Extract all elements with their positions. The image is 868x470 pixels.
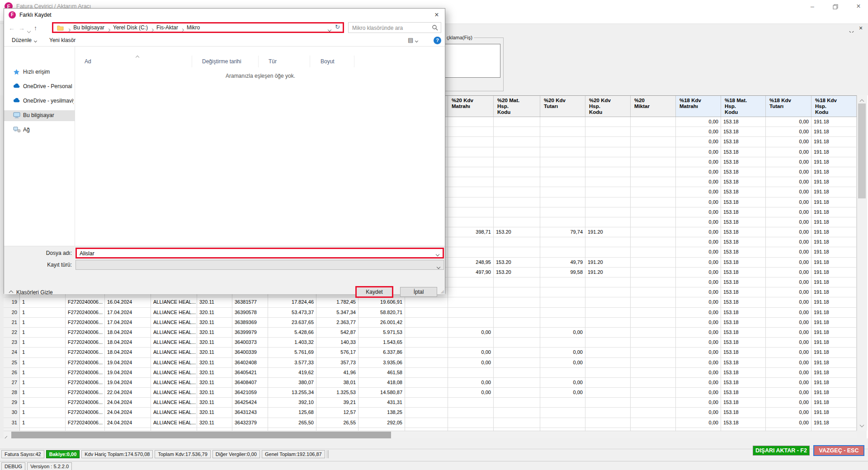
grid-cell[interactable]: 5.428,66	[268, 328, 316, 338]
grid-cell[interactable]	[405, 318, 448, 328]
grid-cell[interactable]: 1	[20, 328, 66, 338]
grid-cell[interactable]	[494, 247, 540, 257]
grid-cell[interactable]	[631, 177, 676, 187]
grid-cell[interactable]: 36421059	[232, 388, 268, 398]
grid-cell[interactable]	[540, 308, 585, 318]
grid-cell[interactable]	[631, 157, 676, 167]
grid-column-header[interactable]: %20 Miktar	[631, 96, 676, 117]
file-type-combobox[interactable]	[75, 260, 444, 270]
grid-cell[interactable]	[494, 318, 540, 328]
sidebar-item-bu-bilgisayar[interactable]: Bu bilgisayar	[4, 110, 75, 121]
grid-cell[interactable]	[585, 177, 631, 187]
grid-cell[interactable]	[448, 197, 494, 207]
grid-cell[interactable]	[631, 187, 676, 197]
grid-cell[interactable]: 0,00	[540, 378, 585, 388]
grid-cell[interactable]: 0,00	[676, 157, 721, 167]
grid-cell[interactable]: 153.18	[721, 197, 766, 207]
grid-cell[interactable]	[585, 247, 631, 257]
grid-cell[interactable]	[448, 308, 494, 318]
grid-cell[interactable]	[494, 378, 540, 388]
grid-cell[interactable]: 380,07	[268, 378, 316, 388]
grid-cell[interactable]: 1	[20, 378, 66, 388]
grid-cell[interactable]: 0,00	[448, 358, 494, 368]
grid-cell[interactable]: 38,01	[316, 378, 359, 388]
grid-cell[interactable]: 1	[20, 388, 66, 398]
grid-cell[interactable]: 153.18	[721, 167, 766, 177]
grid-cell[interactable]: 153.18	[721, 297, 766, 307]
grid-cell[interactable]	[540, 297, 585, 307]
grid-cell[interactable]: 191.18	[811, 147, 857, 157]
grid-cell[interactable]: 0,00	[676, 167, 721, 177]
grid-cell[interactable]: 153.18	[721, 418, 766, 428]
grid-cell[interactable]: 26	[4, 368, 20, 378]
grid-cell[interactable]: 0,00	[766, 117, 811, 127]
grid-cell[interactable]: 153.18	[721, 268, 766, 277]
grid-cell[interactable]: ALLIANCE HEAL...	[151, 348, 197, 357]
grid-cell[interactable]	[448, 137, 494, 147]
grid-cell[interactable]: 1	[20, 318, 66, 328]
grid-cell[interactable]: 153.18	[721, 338, 766, 348]
grid-cell[interactable]	[448, 207, 494, 217]
grid-cell[interactable]: 153.18	[721, 388, 766, 398]
refresh-icon[interactable]: ↻	[335, 24, 340, 30]
sidebar-item-onedrive-personal[interactable]: OneDrive - Personal	[4, 81, 75, 92]
grid-cell[interactable]: 153.18	[721, 368, 766, 378]
grid-cell[interactable]: 0,00	[676, 207, 721, 217]
grid-cell[interactable]: 22	[4, 328, 20, 338]
table-row[interactable]: 231F2720240006...18.04.2024ALLIANCE HEAL…	[4, 338, 857, 348]
grid-cell[interactable]: 0,00	[766, 247, 811, 257]
grid-cell[interactable]	[494, 408, 540, 418]
grid-cell[interactable]: 0,00	[766, 237, 811, 247]
grid-column-header[interactable]: %20 Kdv Matrahı	[448, 96, 494, 117]
grid-cell[interactable]: 58.820,71	[359, 308, 405, 318]
save-button[interactable]: Kaydet	[355, 286, 393, 298]
grid-cell[interactable]: 191.18	[811, 318, 857, 328]
grid-cell[interactable]: 36389369	[232, 318, 268, 328]
grid-cell[interactable]: 153.18	[721, 277, 766, 287]
grid-cell[interactable]: 0,00	[766, 418, 811, 428]
grid-cell[interactable]: ALLIANCE HEAL...	[151, 358, 197, 368]
breadcrumb-item[interactable]: Mikro	[187, 24, 200, 32]
grid-cell[interactable]: 19	[4, 297, 20, 307]
grid-cell[interactable]: 191.18	[811, 368, 857, 378]
grid-cell[interactable]: F2720240006...	[66, 308, 105, 318]
grid-cell[interactable]: 320.11	[197, 328, 232, 338]
grid-cell[interactable]	[540, 418, 585, 428]
grid-cell[interactable]	[585, 147, 631, 157]
grid-cell[interactable]: 320.11	[197, 368, 232, 378]
grid-cell[interactable]	[631, 117, 676, 127]
horizontal-scrollbar-thumb[interactable]	[11, 432, 391, 438]
grid-cell[interactable]: 191.20	[585, 227, 631, 237]
sidebar-item-h-zl-eri-im[interactable]: Hızlı erişim	[4, 67, 75, 78]
grid-cell[interactable]: 0,00	[766, 207, 811, 217]
grid-cell[interactable]	[448, 277, 494, 287]
grid-cell[interactable]: F2720240006...	[66, 388, 105, 398]
table-row[interactable]: 241F2720240006...18.04.2024ALLIANCE HEAL…	[4, 348, 857, 357]
grid-cell[interactable]: 1	[20, 358, 66, 368]
grid-cell[interactable]: 431,31	[359, 398, 405, 408]
grid-cell[interactable]: 18.04.2024	[105, 348, 151, 357]
grid-cell[interactable]: 79,74	[540, 227, 585, 237]
grid-cell[interactable]	[631, 147, 676, 157]
grid-cell[interactable]: 36432379	[232, 418, 268, 428]
grid-cell[interactable]: 0,00	[676, 268, 721, 277]
grid-cell[interactable]	[494, 167, 540, 177]
grid-cell[interactable]: 153.20	[494, 227, 540, 237]
grid-cell[interactable]: 17.824,46	[268, 297, 316, 307]
grid-cell[interactable]	[631, 137, 676, 147]
grid-cell[interactable]: 0,00	[676, 358, 721, 368]
grid-cell[interactable]: 39,21	[316, 398, 359, 408]
grid-cell[interactable]: 29	[4, 398, 20, 408]
grid-cell[interactable]	[494, 388, 540, 398]
grid-cell[interactable]: 27	[4, 378, 20, 388]
grid-cell[interactable]: 191.18	[811, 348, 857, 357]
grid-cell[interactable]	[540, 147, 585, 157]
grid-cell[interactable]: F2720240006...	[66, 338, 105, 348]
grid-cell[interactable]	[585, 187, 631, 197]
vertical-scrollbar[interactable]	[857, 95, 867, 431]
grid-cell[interactable]: 0,00	[766, 177, 811, 187]
grid-cell[interactable]: 1.782,45	[316, 297, 359, 307]
grid-cell[interactable]: 2.363,77	[316, 318, 359, 328]
grid-cell[interactable]: 153.18	[721, 328, 766, 338]
grid-cell[interactable]	[540, 338, 585, 348]
